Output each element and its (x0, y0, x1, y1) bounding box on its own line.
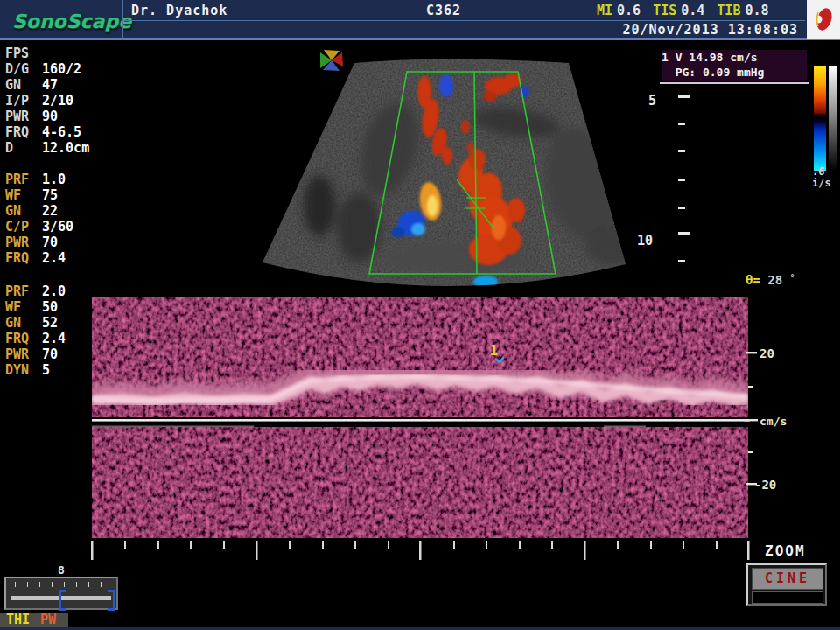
bmode-param-block: FPS D/G160/2 GN47 I/P2/10 PWR90 FRQ4-6.5… (5, 46, 115, 156)
cine-button[interactable]: CINE (746, 564, 827, 606)
mode-indicator-strip: THI PW (0, 612, 68, 627)
slider-tick (88, 582, 89, 587)
exam-preset-indicator (807, 0, 840, 39)
pw-mode-toggle[interactable]: PW (40, 612, 56, 627)
param-value: 2.4 (42, 331, 66, 346)
param-label: I/P (5, 93, 42, 108)
param-label: FRQ (5, 250, 42, 266)
probe-model: C362 (426, 3, 461, 18)
tis-value: 0.4 (681, 3, 704, 18)
cine-frame-number: 8 (58, 564, 65, 577)
measurement-result-box: 1 V 14.98 cm/s PG: 0.09 mmHg (662, 50, 807, 81)
doctor-name: Dr. Dyachok (131, 3, 228, 18)
param-row-frq: FRQ4-6.5 (5, 124, 115, 140)
param-value: 50 (42, 299, 58, 315)
tib-index: TIB0.8 (717, 3, 768, 18)
depth-ruler: 5 10 (637, 93, 690, 262)
measurement-velocity: 1 V 14.98 cm/s (662, 51, 758, 64)
kidney-icon (807, 0, 840, 39)
param-row-dg: D/G160/2 (5, 61, 115, 77)
spectral-doppler-display: 20 cm/s -20 1 (79, 296, 788, 560)
theta-value: 28 (767, 273, 782, 287)
param-row-gn: GN22 (5, 203, 115, 219)
tis-label: TIS (653, 3, 676, 18)
param-label: PWR (5, 346, 42, 362)
doppler-angle-readout: θ= 28 ° (746, 273, 795, 287)
slider-tick (15, 582, 16, 587)
param-label: FPS (5, 46, 42, 61)
measurement-underline (660, 82, 808, 84)
param-value: 22 (42, 203, 58, 219)
param-value: 5 (42, 362, 50, 378)
axis-label-upper: 20 (760, 346, 774, 360)
header-bar: SonoScape Dr. Dyachok C362 MI0.6 TIS0.4 … (0, 0, 840, 40)
param-row-frq: FRQ2.4 (5, 250, 115, 266)
param-label: PRF (5, 172, 42, 187)
param-value: 160/2 (42, 61, 81, 77)
color-doppler-scale-bar (814, 66, 826, 171)
param-value: 1.0 (42, 172, 66, 187)
param-label: D/G (5, 61, 42, 77)
slider-handle-right[interactable] (108, 590, 116, 611)
param-row-cp: C/P3/60 (5, 219, 115, 234)
sonoscape-logo: SonoScape (12, 10, 131, 32)
zoom-status-label: ZOOM (765, 542, 806, 559)
color-scale-number: .6 (812, 165, 824, 178)
cine-progress-well (752, 592, 823, 604)
param-row-gn: GN47 (5, 77, 115, 93)
color-scale-unit: i/s (812, 177, 831, 189)
param-value: 2.4 (42, 250, 66, 266)
param-value: 12.0cm (42, 140, 89, 156)
param-row-pwr: PWR90 (5, 108, 115, 124)
slider-tick (101, 582, 102, 587)
cine-button-label[interactable]: CINE (752, 568, 823, 590)
param-label: PRF (5, 284, 42, 299)
param-value: 2/10 (42, 93, 74, 108)
baseline-echo-right (604, 426, 646, 428)
slider-tick (76, 582, 77, 587)
depth-label-10: 10 (637, 233, 653, 248)
baseline-echo-left (92, 426, 254, 428)
slider-tick (64, 582, 65, 587)
param-value: 2.0 (42, 284, 66, 299)
param-value: 52 (42, 315, 58, 331)
tib-label: TIB (717, 3, 740, 18)
mi-label: MI (597, 3, 612, 18)
depth-label-5: 5 (648, 93, 656, 108)
axis-label-unit: cm/s (760, 415, 787, 428)
param-value: 90 (42, 108, 58, 124)
param-label: FRQ (5, 124, 42, 140)
grayscale-bar (829, 66, 836, 171)
param-value: 47 (42, 77, 58, 93)
param-row-fps: FPS (5, 46, 115, 61)
param-label: C/P (5, 219, 42, 234)
ultrasound-screen: SonoScape Dr. Dyachok C362 MI0.6 TIS0.4 … (0, 0, 840, 630)
param-label: GN (5, 77, 42, 93)
spectral-baseline[interactable] (92, 419, 750, 422)
spectral-marker-1[interactable]: 1 (490, 343, 498, 359)
param-label: PWR (5, 234, 42, 250)
slider-tick (39, 582, 40, 587)
slider-handle-left[interactable] (59, 590, 66, 611)
cine-scroll-slider[interactable] (4, 577, 118, 610)
param-label: DYN (5, 362, 42, 378)
param-label: FRQ (5, 331, 42, 346)
spectral-noise-lower (92, 427, 748, 538)
param-row-depth: D12.0cm (5, 140, 115, 156)
param-value: 70 (42, 346, 58, 362)
theta-symbol: θ= (746, 273, 760, 287)
param-label: D (5, 140, 42, 156)
param-value: 3/60 (42, 219, 74, 234)
tis-index: TIS0.4 (653, 3, 704, 18)
thi-mode-toggle[interactable]: THI (6, 612, 30, 627)
velocity-axis: 20 cm/s -20 (744, 346, 787, 492)
param-label: GN (5, 203, 42, 219)
param-label: WF (5, 187, 42, 203)
param-label: WF (5, 299, 42, 315)
mi-index: MI0.6 (597, 3, 640, 18)
color-param-block: PRF1.0 WF75 GN22 C/P3/60 PWR70 FRQ2.4 (5, 172, 115, 266)
axis-label-lower: -20 (754, 478, 776, 492)
param-row-ip: I/P2/10 (5, 93, 115, 108)
probe-orientation-icon (320, 50, 343, 71)
thermal-index-group: MI0.6 TIS0.4 TIB0.8 (597, 3, 769, 18)
